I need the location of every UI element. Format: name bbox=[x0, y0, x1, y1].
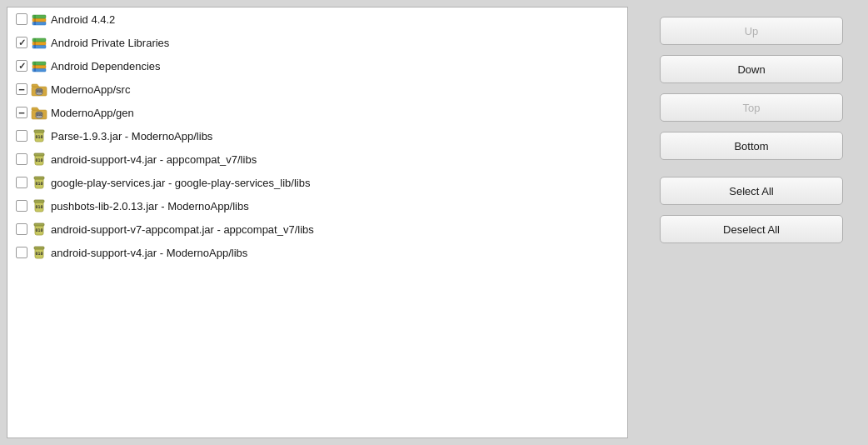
svg-text:010: 010 bbox=[35, 228, 42, 232]
item-icon bbox=[31, 34, 47, 51]
item-icon: 010 bbox=[31, 221, 47, 238]
list-item[interactable]: Android 4.4.2 bbox=[7, 8, 627, 31]
list-item[interactable]: 010 ModernoApp/src bbox=[7, 78, 627, 101]
checkbox-area bbox=[12, 223, 31, 235]
item-label: android-support-v7-appcompat.jar - appco… bbox=[51, 223, 314, 236]
item-icon: 010 bbox=[31, 151, 47, 168]
checkbox-area bbox=[12, 37, 31, 48]
item-label: ModernoApp/src bbox=[51, 83, 130, 96]
svg-rect-0 bbox=[32, 22, 46, 25]
item-icon: 010 bbox=[31, 81, 47, 98]
item-icon: 010 bbox=[31, 174, 47, 191]
svg-text:010: 010 bbox=[35, 134, 42, 139]
svg-rect-7 bbox=[32, 42, 46, 45]
list-item[interactable]: Android Dependencies bbox=[7, 54, 627, 78]
svg-rect-35 bbox=[34, 177, 44, 179]
svg-rect-13 bbox=[32, 65, 46, 68]
svg-rect-38 bbox=[34, 200, 44, 202]
svg-rect-14 bbox=[32, 62, 46, 65]
up-button[interactable]: Up bbox=[660, 17, 843, 45]
svg-rect-29 bbox=[34, 130, 44, 132]
deselect-all-button[interactable]: Deselect All bbox=[660, 215, 843, 243]
checkbox[interactable] bbox=[16, 223, 27, 235]
top-button[interactable]: Top bbox=[660, 93, 843, 122]
item-label: pushbots-lib-2.0.13.jar - ModernoApp/lib… bbox=[51, 200, 249, 212]
item-label: android-support-v4.jar - ModernoApp/libs bbox=[51, 247, 247, 259]
checkbox-area bbox=[12, 177, 31, 188]
list-item[interactable]: 010 google-play-services.jar - google-pl… bbox=[7, 171, 627, 194]
item-label: Android Private Libraries bbox=[51, 37, 169, 49]
svg-text:010: 010 bbox=[35, 181, 42, 186]
svg-rect-6 bbox=[32, 45, 46, 48]
checkbox[interactable] bbox=[16, 200, 27, 212]
bottom-button[interactable]: Bottom bbox=[660, 132, 843, 160]
svg-rect-41 bbox=[34, 223, 44, 226]
item-icon bbox=[31, 58, 47, 74]
checkbox-area bbox=[12, 153, 31, 165]
svg-text:010: 010 bbox=[36, 112, 42, 117]
checkbox[interactable] bbox=[16, 60, 27, 72]
checkbox-area bbox=[12, 107, 31, 118]
checkbox[interactable] bbox=[16, 130, 27, 142]
item-icon: 010 bbox=[31, 104, 47, 121]
svg-rect-1 bbox=[32, 18, 46, 22]
svg-rect-44 bbox=[34, 247, 44, 249]
checkbox[interactable] bbox=[16, 83, 27, 95]
svg-rect-12 bbox=[32, 68, 46, 72]
checkbox[interactable] bbox=[16, 153, 27, 165]
button-panel: Up Down Top Bottom Select All Deselect A… bbox=[635, 0, 868, 445]
checkbox[interactable] bbox=[16, 107, 27, 118]
item-label: Parse-1.9.3.jar - ModernoApp/libs bbox=[51, 130, 212, 142]
item-icon: 010 bbox=[31, 198, 47, 214]
item-label: android-support-v4.jar - appcompat_v7/li… bbox=[51, 153, 257, 166]
checkbox-area bbox=[12, 130, 31, 142]
checkbox[interactable] bbox=[16, 247, 27, 258]
item-icon: 010 bbox=[31, 244, 47, 261]
list-item[interactable]: 010 android-support-v4.jar - appcompat_v… bbox=[7, 148, 627, 171]
svg-text:010: 010 bbox=[35, 251, 42, 256]
item-icon bbox=[31, 11, 47, 28]
checkbox-area bbox=[12, 83, 31, 95]
item-icon: 010 bbox=[31, 128, 47, 144]
item-label: google-play-services.jar - google-play-s… bbox=[51, 177, 310, 189]
svg-rect-32 bbox=[34, 153, 44, 156]
checkbox-area bbox=[12, 247, 31, 258]
checkbox[interactable] bbox=[16, 177, 27, 188]
list-panel[interactable]: Android 4.4.2 Android Private Libraries bbox=[7, 7, 628, 438]
list-item[interactable]: 010 pushbots-lib-2.0.13.jar - ModernoApp… bbox=[7, 194, 627, 218]
checkbox-area bbox=[12, 13, 31, 25]
main-container: Android 4.4.2 Android Private Libraries bbox=[0, 0, 868, 445]
svg-rect-8 bbox=[32, 38, 46, 42]
item-label: Android 4.4.2 bbox=[51, 13, 115, 26]
svg-rect-2 bbox=[32, 15, 46, 18]
list-item[interactable]: 010 Parse-1.9.3.jar - ModernoApp/libs bbox=[7, 124, 627, 148]
list-item[interactable]: 010 android-support-v7-appcompat.jar - a… bbox=[7, 218, 627, 241]
item-label: Android Dependencies bbox=[51, 60, 161, 72]
checkbox-area bbox=[12, 200, 31, 212]
select-all-button[interactable]: Select All bbox=[660, 177, 843, 205]
item-label: ModernoApp/gen bbox=[51, 107, 134, 119]
svg-text:010: 010 bbox=[35, 204, 42, 209]
svg-text:010: 010 bbox=[35, 158, 42, 162]
svg-text:010: 010 bbox=[36, 89, 42, 93]
list-item[interactable]: 010 ModernoApp/gen bbox=[7, 101, 627, 124]
checkbox[interactable] bbox=[16, 37, 27, 48]
list-item[interactable]: 010 android-support-v4.jar - ModernoApp/… bbox=[7, 241, 627, 264]
list-item[interactable]: Android Private Libraries bbox=[7, 31, 627, 54]
checkbox-area bbox=[12, 60, 31, 72]
down-button[interactable]: Down bbox=[660, 55, 843, 83]
checkbox[interactable] bbox=[16, 13, 27, 25]
